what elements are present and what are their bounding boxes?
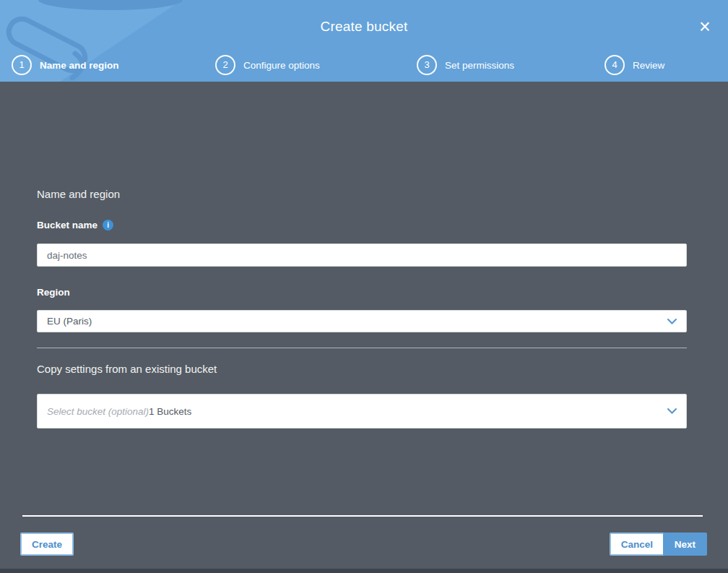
region-label-text: Region — [37, 287, 70, 298]
step-number-circle: 4 — [604, 55, 625, 75]
bucket-name-input[interactable] — [37, 244, 687, 267]
step-name-and-region[interactable]: 1 Name and region — [12, 55, 119, 75]
section-divider — [37, 348, 687, 348]
step-label: Review — [633, 60, 664, 71]
bucket-name-label: Bucket name i — [37, 220, 113, 231]
copy-bucket-placeholder: Select bucket (optional) — [47, 406, 149, 417]
step-indicator: 1 Name and region 2 Configure options 3 … — [0, 55, 728, 77]
step-configure-options[interactable]: 2 Configure options — [215, 55, 320, 75]
step-label: Name and region — [40, 60, 119, 71]
chevron-down-icon — [667, 408, 677, 414]
section-heading-name-and-region: Name and region — [37, 188, 120, 200]
page-title: Create bucket — [0, 19, 728, 35]
modal-body: Name and region Bucket name i Region EU … — [0, 82, 728, 573]
create-button[interactable]: Create — [20, 533, 74, 556]
bucket-name-label-text: Bucket name — [37, 220, 98, 231]
cancel-button[interactable]: Cancel — [610, 533, 664, 556]
modal-header: Create bucket × 1 Name and region 2 Conf… — [0, 0, 728, 82]
step-label: Set permissions — [445, 60, 514, 71]
step-number-circle: 3 — [417, 55, 437, 75]
section-heading-copy-settings: Copy settings from an existing bucket — [37, 363, 217, 375]
step-review[interactable]: 4 Review — [604, 55, 664, 75]
copy-bucket-select[interactable]: Select bucket (optional) 1 Buckets — [37, 394, 687, 428]
chevron-down-icon — [667, 319, 677, 324]
info-icon[interactable]: i — [103, 220, 113, 231]
region-label: Region — [37, 287, 70, 298]
step-set-permissions[interactable]: 3 Set permissions — [417, 55, 514, 75]
close-icon[interactable]: × — [695, 17, 715, 38]
bucket-count-text: 1 Buckets — [149, 406, 191, 417]
next-button[interactable]: Next — [663, 533, 707, 556]
step-number-circle: 1 — [12, 55, 32, 75]
step-label: Configure options — [243, 60, 320, 71]
region-selected-value: EU (Paris) — [47, 316, 92, 327]
footer-divider — [22, 515, 703, 517]
region-select[interactable]: EU (Paris) — [37, 310, 687, 332]
create-bucket-modal: Create bucket × 1 Name and region 2 Conf… — [0, 0, 728, 573]
step-number-circle: 2 — [215, 55, 235, 75]
page-background-strip — [0, 569, 728, 573]
